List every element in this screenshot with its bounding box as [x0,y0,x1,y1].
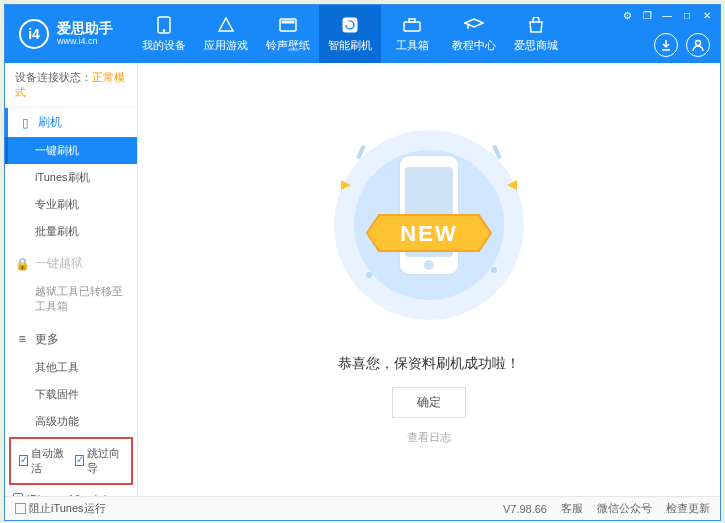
tab-label: 工具箱 [396,38,429,53]
tab-label: 智能刷机 [328,38,372,53]
logo-icon: i4 [19,19,49,49]
graduation-icon [464,16,484,34]
sidebar-item-download-firmware[interactable]: 下载固件 [5,381,137,408]
tab-label: 铃声壁纸 [266,38,310,53]
svg-point-7 [696,41,701,46]
new-badge-text: NEW [400,221,457,246]
tab-label: 教程中心 [452,38,496,53]
cascade-button[interactable]: ❐ [640,9,654,21]
ok-button[interactable]: 确定 [392,387,466,418]
body: 设备连接状态：正常模式 ▯ 刷机 一键刷机 iTunes刷机 专业刷机 批量刷机… [5,63,720,496]
sidebar-section-jailbreak: 🔒 一键越狱 [5,249,137,278]
logo-area: i4 爱思助手 www.i4.cn [5,19,127,49]
checkbox-skip-guide[interactable]: 跳过向导 [75,446,123,476]
footer-right: V7.98.66 客服 微信公众号 检查更新 [503,501,710,516]
section-label: 更多 [35,331,59,348]
titlebar-circle-buttons [654,33,710,57]
checkbox-icon [75,455,84,466]
status-label: 设备连接状态： [15,71,92,83]
nav-tabs: 我的设备 应用游戏 铃声壁纸 智能刷机 工具箱 教程中心 [133,5,567,63]
phone-icon: ▯ [18,116,32,130]
tab-apps[interactable]: 应用游戏 [195,5,257,63]
wallpaper-icon [278,16,298,34]
sidebar-section-more[interactable]: ≡ 更多 [5,325,137,354]
download-button[interactable] [654,33,678,57]
jailbreak-note: 越狱工具已转移至工具箱 [5,278,137,321]
app-subtitle: www.i4.cn [57,37,113,47]
tab-ringtones[interactable]: 铃声壁纸 [257,5,319,63]
app-title: 爱思助手 [57,21,113,36]
settings-button[interactable]: ⚙ [620,9,634,21]
close-button[interactable]: ✕ [700,9,714,21]
update-link[interactable]: 检查更新 [666,501,710,516]
sidebar-item-advanced[interactable]: 高级功能 [5,408,137,435]
lock-icon: 🔒 [15,257,29,271]
store-icon [526,16,546,34]
checkbox-block-itunes[interactable]: 阻止iTunes运行 [15,501,106,516]
app-window: i4 爱思助手 www.i4.cn 我的设备 应用游戏 铃声壁纸 智能刷机 [4,4,721,521]
minimize-button[interactable]: — [660,9,674,21]
tab-label: 我的设备 [142,38,186,53]
checkbox-icon [15,503,26,514]
svg-rect-3 [282,21,294,23]
tab-tutorials[interactable]: 教程中心 [443,5,505,63]
sidebar-item-one-click-flash[interactable]: 一键刷机 [5,137,137,164]
connection-status: 设备连接状态：正常模式 [5,63,137,108]
checkbox-label: 自动激活 [31,446,67,476]
wechat-link[interactable]: 微信公众号 [597,501,652,516]
footer-left: 阻止iTunes运行 [15,501,106,516]
titlebar: i4 爱思助手 www.i4.cn 我的设备 应用游戏 铃声壁纸 智能刷机 [5,5,720,63]
refresh-icon [340,16,360,34]
checkbox-label: 阻止iTunes运行 [29,501,106,516]
service-link[interactable]: 客服 [561,501,583,516]
tab-label: 应用游戏 [204,38,248,53]
checkbox-icon [19,455,28,466]
checkbox-row-highlighted: 自动激活 跳过向导 [9,437,133,485]
svg-point-16 [491,267,497,273]
tab-toolbox[interactable]: 工具箱 [381,5,443,63]
sidebar-item-pro-flash[interactable]: 专业刷机 [5,191,137,218]
main-content: NEW 恭喜您，保资料刷机成功啦！ 确定 查看日志 [138,63,720,496]
apps-icon [216,16,236,34]
sidebar-item-other-tools[interactable]: 其他工具 [5,354,137,381]
tab-flash[interactable]: 智能刷机 [319,5,381,63]
tab-label: 爱思商城 [514,38,558,53]
sidebar: 设备连接状态：正常模式 ▯ 刷机 一键刷机 iTunes刷机 专业刷机 批量刷机… [5,63,138,496]
svg-point-15 [366,272,372,278]
success-message: 恭喜您，保资料刷机成功啦！ [338,355,520,373]
checkbox-auto-activate[interactable]: 自动激活 [19,446,67,476]
svg-point-1 [163,29,165,31]
sidebar-item-batch-flash[interactable]: 批量刷机 [5,218,137,245]
svg-rect-5 [404,22,420,31]
sidebar-item-itunes-flash[interactable]: iTunes刷机 [5,164,137,191]
maximize-button[interactable]: □ [680,9,694,21]
section-label: 刷机 [38,114,62,131]
user-button[interactable] [686,33,710,57]
svg-point-12 [424,260,434,270]
version-label: V7.98.66 [503,503,547,515]
phone-icon [154,16,174,34]
sidebar-section-flash[interactable]: ▯ 刷机 [5,108,137,137]
checkbox-label: 跳过向导 [87,446,123,476]
toolbox-icon [402,16,422,34]
success-illustration: NEW [329,115,529,335]
logo-text: 爱思助手 www.i4.cn [57,21,113,46]
menu-icon: ≡ [15,332,29,346]
section-label: 一键越狱 [35,255,83,272]
tab-store[interactable]: 爱思商城 [505,5,567,63]
view-log-link[interactable]: 查看日志 [407,430,451,445]
footer: 阻止iTunes运行 V7.98.66 客服 微信公众号 检查更新 [5,496,720,520]
svg-rect-6 [409,19,415,22]
tab-my-device[interactable]: 我的设备 [133,5,195,63]
window-controls: ⚙ ❐ — □ ✕ [620,9,714,21]
